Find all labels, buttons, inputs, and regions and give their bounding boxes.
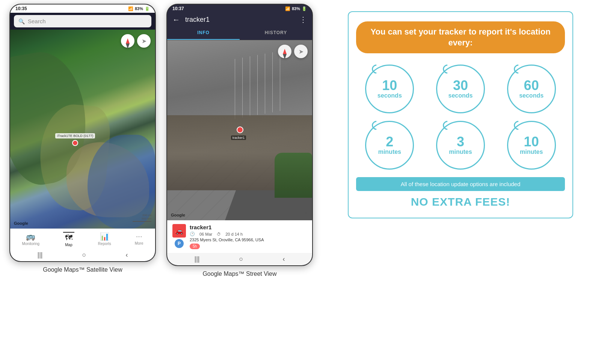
search-bar[interactable]: 🔍 Search: [14, 15, 151, 27]
active-line: [63, 232, 74, 233]
tracker-tabs: INFO HISTORY: [167, 26, 312, 40]
nav-more[interactable]: ··· More: [135, 232, 143, 247]
circle-unit-2m: minutes: [378, 149, 401, 155]
tracker-info-panel: 🚗 P tracker1 🕐 06 Mar ⏱ 20 d 14 h 2325 M…: [167, 220, 312, 253]
interval-circle-10s: 10 seconds: [365, 65, 414, 113]
circle-unit-30s: seconds: [448, 92, 473, 99]
tracker-address: 2325 Myers St, Oroville, CA 95966, USA: [190, 238, 307, 242]
interval-circle-30s: 30 seconds: [436, 65, 485, 113]
map-marker[interactable]: [72, 140, 78, 146]
phone2-aerial-map: tracker1 ➤ Google ∧: [167, 40, 312, 220]
phone1-time: 10:35: [15, 6, 27, 11]
parking-badge: P: [175, 239, 184, 248]
scale-bar: 200 mi500 km: [133, 214, 151, 222]
tab-info-label: INFO: [197, 30, 210, 35]
home-button[interactable]: ○: [82, 251, 86, 259]
satellite-map: ➤ iTrack1TE BOLD (0177) Google 200 mi500…: [10, 30, 155, 229]
tracker-meta: 🕐 06 Mar ⏱ 20 d 14 h: [190, 232, 307, 236]
circle-unit-10s: seconds: [377, 92, 402, 99]
nav-map-label: Map: [65, 243, 72, 247]
interval-circles-row1: 10 seconds 30 seconds 60 seconds: [356, 65, 565, 113]
duration-icon: ⏱: [217, 232, 221, 236]
scale-line: [133, 221, 151, 222]
clock-icon: 🕐: [190, 232, 195, 236]
recent-apps-button-2[interactable]: |||: [195, 255, 200, 263]
vegetation-area: [275, 153, 312, 198]
location-button[interactable]: ➤: [137, 34, 151, 48]
nav-reports[interactable]: 📊 Reports: [98, 232, 111, 247]
location-icon: ➤: [142, 38, 146, 45]
reports-icon: 📊: [100, 232, 109, 241]
compass-button[interactable]: [121, 34, 134, 48]
phone1-status-icons: 📶 83% 🔋: [128, 6, 150, 11]
interval-circle-60s: 60 seconds: [507, 65, 556, 113]
phone2-status-icons: 📶 83% 🔋: [285, 6, 307, 11]
aerial-compass[interactable]: [278, 45, 291, 58]
tracker-date: 06 Mar: [199, 232, 212, 236]
tab-history[interactable]: HISTORY: [240, 26, 312, 40]
included-text: All of these location update options are…: [356, 177, 565, 191]
time-badge: 5h: [190, 244, 200, 249]
phone1-caption: Google Maps™ Satellite View: [43, 266, 122, 273]
phone1-system-nav: ||| ○ ‹: [10, 249, 155, 261]
phone1-map-area: ➤ iTrack1TE BOLD (0177) Google 200 mi500…: [10, 30, 155, 229]
scroll-up-button[interactable]: ∧: [304, 209, 308, 217]
recent-apps-button[interactable]: |||: [38, 251, 43, 259]
infographic: You can set your tracker to report it's …: [348, 11, 573, 218]
home-button-2[interactable]: ○: [239, 255, 243, 263]
more-menu-button[interactable]: ⋮: [299, 15, 307, 24]
nav-monitoring-label: Monitoring: [22, 242, 39, 246]
map-icon: 🗺: [65, 233, 72, 242]
aerial-location-icon: ➤: [299, 48, 304, 55]
circle-number-10s: 10: [382, 79, 397, 92]
phone2-status-bar: 10:37 📶 83% 🔋: [167, 5, 312, 13]
interval-circles-row2: 2 minutes 3 minutes 10 minutes: [356, 121, 565, 170]
circle-number-30s: 30: [453, 79, 468, 92]
tracker-duration: 20 d 14 h: [225, 232, 243, 236]
circle-unit-60s: seconds: [519, 92, 544, 99]
circle-number-60s: 60: [524, 79, 539, 92]
back-button-3[interactable]: ‹: [282, 255, 285, 263]
wifi-icon-2: 📶: [285, 6, 290, 11]
phone1-container: 10:35 📶 83% 🔋 🔍 Search: [8, 4, 158, 356]
compass-arrow: [126, 38, 130, 44]
tracker-title: tracker1: [185, 16, 294, 24]
phone2-battery: 83%: [292, 6, 300, 11]
circle-number-10m: 10: [524, 135, 539, 149]
tab-info[interactable]: INFO: [167, 26, 240, 40]
circle-unit-10m: minutes: [520, 149, 543, 155]
right-panel: You can set your tracker to report it's …: [322, 4, 599, 356]
aerial-tracker-label: tracker1: [231, 135, 246, 140]
circle-number-2m: 2: [386, 135, 393, 149]
interval-circle-2m: 2 minutes: [365, 121, 414, 170]
aerial-location-btn[interactable]: ➤: [294, 45, 308, 58]
phone2-caption: Google Maps™ Street View: [202, 271, 276, 277]
stripe-set-1: [235, 59, 235, 119]
back-button[interactable]: ‹: [125, 251, 128, 259]
nav-reports-label: Reports: [98, 242, 111, 246]
phone1-frame: 10:35 📶 83% 🔋 🔍 Search: [9, 4, 156, 262]
monitoring-icon: 🚌: [26, 232, 35, 241]
tracker-car-icon: 🚗: [172, 224, 186, 238]
tracker-icon-area: 🚗 P: [172, 224, 186, 248]
nav-monitoring[interactable]: 🚌 Monitoring: [22, 232, 39, 247]
aerial-google-watermark: Google: [171, 213, 185, 217]
tab-history-label: HISTORY: [265, 30, 287, 35]
phone1-battery: 83%: [135, 6, 143, 11]
phone2-system-nav: ||| ○ ‹: [167, 253, 312, 265]
tracker-details: tracker1 🕐 06 Mar ⏱ 20 d 14 h 2325 Myers…: [190, 224, 307, 249]
tracker-header: ← tracker1 ⋮: [167, 13, 312, 26]
map-label: iTrack1TE BOLD (0177): [55, 133, 95, 138]
interval-circle-10m: 10 minutes: [507, 121, 556, 170]
infographic-title: You can set your tracker to report it's …: [356, 21, 565, 53]
nav-more-label: More: [135, 241, 143, 245]
more-icon: ···: [136, 232, 142, 241]
scale-text: 200 mi500 km: [133, 214, 151, 220]
nav-map[interactable]: 🗺 Map: [63, 232, 74, 247]
search-placeholder: Search: [28, 18, 46, 24]
interval-circle-3m: 3 minutes: [436, 121, 485, 170]
google-watermark-1: Google: [14, 221, 28, 226]
phone2-time: 10:37: [172, 6, 184, 11]
phone1-bottom-nav: 🚌 Monitoring 🗺 Map 📊 Reports ··· More: [10, 229, 155, 249]
back-button-2[interactable]: ←: [172, 15, 180, 24]
